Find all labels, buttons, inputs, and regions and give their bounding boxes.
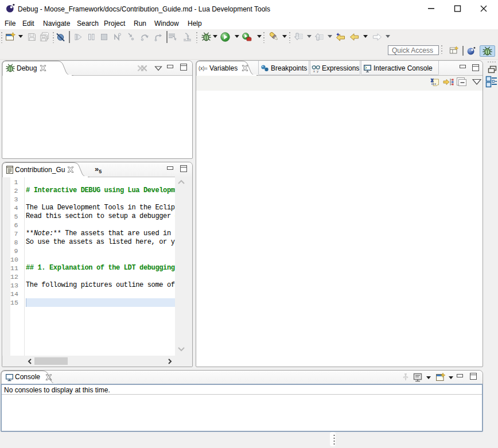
svg-text:y: y bbox=[317, 69, 318, 73]
svg-text:x: x bbox=[313, 69, 315, 73]
